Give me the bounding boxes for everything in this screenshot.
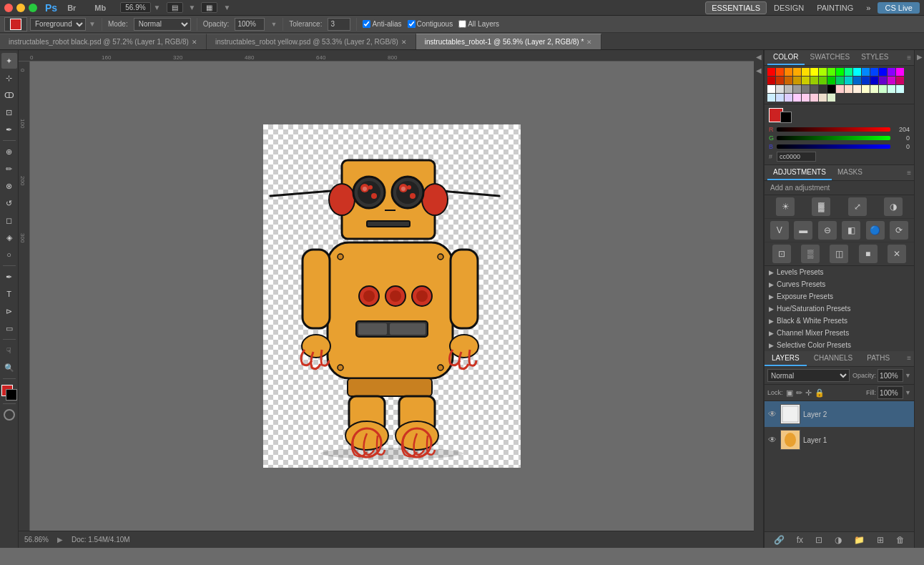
tab-paths[interactable]: PATHS xyxy=(860,351,897,366)
layer-2-visibility-icon[interactable]: 👁 xyxy=(767,409,777,419)
preset-selective-color[interactable]: ▶ Selective Color Presets xyxy=(765,339,914,351)
lock-image-icon[interactable]: ✏ xyxy=(796,388,802,398)
tool-preset-picker[interactable] xyxy=(4,17,27,31)
swatch[interactable] xyxy=(845,85,852,93)
zoom-display[interactable]: 56.9% xyxy=(120,2,150,13)
brightness-adj-icon[interactable]: ☀ xyxy=(776,197,795,216)
opacity-arrow[interactable]: ▼ xyxy=(905,372,911,379)
swatch[interactable] xyxy=(853,85,861,93)
preset-curves[interactable]: ▶ Curves Presets xyxy=(765,278,914,290)
history-brush-tool[interactable]: ↺ xyxy=(1,195,17,211)
layout-selector[interactable]: ▤ xyxy=(167,2,183,13)
swatch[interactable] xyxy=(836,85,844,93)
add-fx-btn[interactable]: fx xyxy=(797,535,803,545)
clone-tool[interactable]: ⊗ xyxy=(1,178,17,194)
bw-adj-icon[interactable]: ◧ xyxy=(842,221,860,240)
tab-layers[interactable]: LAYERS xyxy=(765,351,807,366)
swatch[interactable] xyxy=(767,94,775,102)
swatch[interactable] xyxy=(767,77,775,84)
swatch[interactable] xyxy=(862,68,870,76)
more-panels-btn[interactable]: » xyxy=(860,2,876,14)
swatch[interactable] xyxy=(862,77,870,84)
gradient-tool[interactable]: ◈ xyxy=(1,230,17,245)
anti-alias-input[interactable] xyxy=(363,20,370,28)
collapse-arrow-top[interactable]: ◀ xyxy=(756,53,762,61)
quick-mask-tool[interactable] xyxy=(1,407,17,423)
swatch[interactable] xyxy=(853,77,861,84)
tab-masks[interactable]: MASKS xyxy=(832,165,868,180)
contiguous-input[interactable] xyxy=(408,20,416,28)
preset-channel-mixer[interactable]: ▶ Channel Mixer Presets xyxy=(765,327,914,339)
swatch[interactable] xyxy=(836,68,844,76)
contiguous-checkbox[interactable]: Contiguous xyxy=(408,20,453,28)
active-color-bg[interactable] xyxy=(780,112,792,123)
swatch[interactable] xyxy=(802,94,810,102)
color-balance-adj-icon[interactable]: ⊖ xyxy=(818,221,837,240)
background-color[interactable] xyxy=(6,389,17,401)
swatch[interactable] xyxy=(810,94,818,102)
threshold-adj-icon[interactable]: ◫ xyxy=(830,245,848,263)
swatch[interactable] xyxy=(785,77,792,84)
lock-all-icon[interactable]: 🔒 xyxy=(815,388,825,398)
tolerance-input[interactable] xyxy=(328,18,350,31)
swatch[interactable] xyxy=(827,94,835,102)
opacity-input[interactable] xyxy=(235,18,265,31)
blend-mode-select[interactable]: Normal xyxy=(767,369,850,382)
swatch[interactable] xyxy=(870,77,878,84)
zoom-status-icon[interactable]: ▶ xyxy=(57,536,63,544)
tab-styles[interactable]: STYLES xyxy=(855,50,894,65)
brush-tool[interactable]: ✏ xyxy=(1,161,17,177)
swatch[interactable] xyxy=(888,77,895,84)
type-tool[interactable]: T xyxy=(1,286,17,302)
swatch[interactable] xyxy=(793,77,801,84)
anti-alias-checkbox[interactable]: Anti-alias xyxy=(363,20,401,28)
lock-position-icon[interactable]: ✛ xyxy=(805,388,812,398)
levels-adj-icon[interactable]: ▓ xyxy=(812,197,830,216)
swatch[interactable] xyxy=(853,68,861,76)
swatch[interactable] xyxy=(862,85,870,93)
swatch[interactable] xyxy=(896,85,904,93)
swatch[interactable] xyxy=(836,77,844,84)
view-selector[interactable]: ▦ xyxy=(201,2,217,13)
swatch[interactable] xyxy=(870,68,878,76)
swatch[interactable] xyxy=(785,94,792,102)
swatch[interactable] xyxy=(767,85,775,93)
magic-wand-tool[interactable]: ✦ xyxy=(1,53,17,69)
preset-hue-sat[interactable]: ▶ Hue/Saturation Presets xyxy=(765,303,914,315)
add-adjustment-btn[interactable]: ◑ xyxy=(835,535,842,545)
swatch[interactable] xyxy=(845,77,852,84)
tab-close-2[interactable]: ✕ xyxy=(586,39,592,46)
preset-levels[interactable]: ▶ Levels Presets xyxy=(765,266,914,278)
fill-arrow[interactable]: ▼ xyxy=(905,389,911,396)
swatch[interactable] xyxy=(879,85,887,93)
maximize-window-btn[interactable] xyxy=(29,4,37,12)
swatch[interactable] xyxy=(896,68,904,76)
zoom-tool[interactable]: 🔍 xyxy=(1,360,17,375)
swatch[interactable] xyxy=(879,77,887,84)
add-layer-btn[interactable]: ⊞ xyxy=(877,535,884,545)
swatch[interactable] xyxy=(827,77,835,84)
swatch[interactable] xyxy=(776,94,784,102)
swatch[interactable] xyxy=(802,85,810,93)
tab-close-1[interactable]: ✕ xyxy=(401,39,407,46)
lasso-tool[interactable]: ↀ xyxy=(1,87,17,103)
painting-tab[interactable]: PAINTING xyxy=(811,2,859,14)
add-group-btn[interactable]: 📁 xyxy=(854,535,865,545)
layers-panel-menu[interactable]: ≡ xyxy=(904,351,914,366)
pen-tool[interactable]: ✒ xyxy=(1,269,17,285)
eyedropper-tool[interactable]: ✒ xyxy=(1,122,17,137)
swatch[interactable] xyxy=(776,77,784,84)
hand-tool[interactable]: ☟ xyxy=(1,343,17,358)
marquee-tool[interactable]: ⊹ xyxy=(1,70,17,86)
swatch[interactable] xyxy=(785,85,792,93)
swatch[interactable] xyxy=(888,68,895,76)
all-layers-checkbox[interactable]: All Layers xyxy=(458,20,499,28)
channel-mixer-adj-icon[interactable]: ⟳ xyxy=(890,221,908,240)
path-tool[interactable]: ⊳ xyxy=(1,303,17,319)
minimize-window-btn[interactable] xyxy=(16,4,25,12)
curves-adj-icon[interactable]: ⤢ xyxy=(848,197,867,216)
all-layers-input[interactable] xyxy=(458,20,466,28)
add-mask-btn[interactable]: ⊡ xyxy=(815,535,822,545)
hue-sat-adj-icon[interactable]: ▬ xyxy=(794,221,812,240)
shape-tool[interactable]: ▭ xyxy=(1,320,17,336)
